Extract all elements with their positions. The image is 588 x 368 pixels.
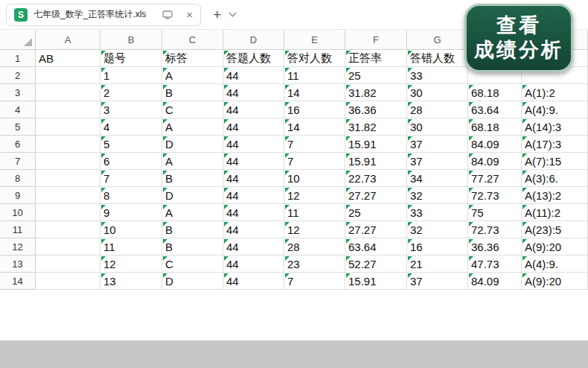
cell-G13[interactable]: 21 — [407, 256, 468, 273]
cell-G12[interactable]: 16 — [407, 238, 468, 256]
cell-G2[interactable]: 33 — [407, 67, 468, 84]
cell-C9[interactable]: D — [162, 187, 223, 204]
cell-G11[interactable]: 32 — [407, 221, 468, 238]
cell-D7[interactable]: 44 — [223, 153, 284, 170]
cell-G1[interactable]: 答错人数 — [407, 50, 468, 67]
cell-E5[interactable]: 14 — [284, 118, 345, 136]
cell-D1[interactable]: 答题人数 — [223, 50, 284, 67]
cell-C11[interactable]: B — [162, 221, 223, 238]
row-header-3[interactable]: 3 — [0, 84, 36, 101]
cell-I5[interactable]: A(14):3 — [522, 118, 588, 136]
cell-F14[interactable]: 15.91 — [345, 273, 407, 290]
tab-close-icon[interactable]: × — [186, 8, 193, 21]
cell-D10[interactable]: 44 — [223, 204, 284, 221]
cell-B5[interactable]: 4 — [100, 118, 162, 136]
score-analysis-badge[interactable]: 查看 成绩分析 — [464, 4, 573, 72]
cell-A14[interactable] — [36, 273, 100, 290]
cell-A3[interactable] — [36, 84, 100, 101]
row-header-7[interactable]: 7 — [0, 153, 36, 170]
cell-D12[interactable]: 44 — [223, 238, 284, 256]
row-header-1[interactable]: 1 — [0, 50, 36, 67]
cell-F4[interactable]: 36.36 — [345, 101, 407, 118]
row-header-8[interactable]: 8 — [0, 170, 36, 187]
cell-D2[interactable]: 44 — [223, 67, 284, 84]
cell-H8[interactable]: 77.27 — [468, 170, 522, 187]
row-header-10[interactable]: 10 — [0, 204, 36, 221]
cell-A1[interactable]: AB — [36, 50, 100, 67]
cell-D13[interactable]: 44 — [223, 256, 284, 273]
cell-C7[interactable]: A — [162, 153, 223, 170]
cell-G8[interactable]: 34 — [407, 170, 468, 187]
cell-H7[interactable]: 84.09 — [468, 153, 522, 170]
cell-H6[interactable]: 84.09 — [468, 136, 522, 153]
row-header-12[interactable]: 12 — [0, 238, 36, 256]
cell-G4[interactable]: 28 — [407, 101, 468, 118]
cell-H10[interactable]: 75 — [468, 204, 522, 221]
cell-F13[interactable]: 52.27 — [345, 256, 407, 273]
monitor-icon[interactable] — [162, 10, 173, 19]
cell-B9[interactable]: 8 — [100, 187, 162, 204]
cell-E9[interactable]: 12 — [284, 187, 345, 204]
cell-B3[interactable]: 2 — [100, 84, 162, 101]
column-header-F[interactable]: F — [345, 31, 407, 50]
cell-B7[interactable]: 6 — [100, 153, 162, 170]
cell-I3[interactable]: A(1):2 — [522, 84, 588, 101]
cell-H9[interactable]: 72.73 — [468, 187, 522, 204]
column-header-A[interactable]: A — [36, 31, 100, 50]
cell-G14[interactable]: 37 — [407, 273, 468, 290]
cell-E14[interactable]: 7 — [284, 273, 345, 290]
cell-D11[interactable]: 44 — [223, 221, 284, 238]
cell-A4[interactable] — [36, 101, 100, 118]
cell-E12[interactable]: 28 — [284, 238, 345, 256]
cell-B8[interactable]: 7 — [100, 170, 162, 187]
cell-B2[interactable]: 1 — [100, 67, 162, 84]
row-header-11[interactable]: 11 — [0, 221, 36, 238]
cell-E11[interactable]: 12 — [284, 221, 345, 238]
cell-H5[interactable]: 68.18 — [468, 118, 522, 136]
column-header-E[interactable]: E — [284, 31, 345, 50]
cell-G3[interactable]: 30 — [407, 84, 468, 101]
cell-I6[interactable]: A(17):3 — [522, 136, 588, 153]
cell-E13[interactable]: 23 — [284, 256, 345, 273]
cell-B6[interactable]: 5 — [100, 136, 162, 153]
cell-B4[interactable]: 3 — [100, 101, 162, 118]
cell-I11[interactable]: A(23):5 — [522, 221, 588, 238]
cell-F10[interactable]: 25 — [345, 204, 407, 221]
cell-C12[interactable]: B — [162, 238, 223, 256]
cell-A11[interactable] — [36, 221, 100, 238]
cell-I13[interactable]: A(4):9. — [522, 256, 588, 273]
select-all-corner[interactable] — [0, 31, 36, 50]
cell-H3[interactable]: 68.18 — [468, 84, 522, 101]
cell-A6[interactable] — [36, 136, 100, 153]
cell-C8[interactable]: B — [162, 170, 223, 187]
cell-F9[interactable]: 27.27 — [345, 187, 407, 204]
cell-D4[interactable]: 44 — [223, 101, 284, 118]
cell-G7[interactable]: 37 — [407, 153, 468, 170]
cell-F7[interactable]: 15.91 — [345, 153, 407, 170]
cell-C3[interactable]: B — [162, 84, 223, 101]
cell-C1[interactable]: 标答 — [162, 50, 223, 67]
cell-D6[interactable]: 44 — [223, 136, 284, 153]
cell-I10[interactable]: A(11):2 — [522, 204, 588, 221]
cell-A12[interactable] — [36, 238, 100, 256]
cell-G9[interactable]: 32 — [407, 187, 468, 204]
column-header-G[interactable]: G — [407, 31, 468, 50]
cell-A2[interactable] — [36, 67, 100, 84]
cell-F2[interactable]: 25 — [345, 67, 407, 84]
cell-C4[interactable]: C — [162, 101, 223, 118]
column-header-B[interactable]: B — [100, 31, 162, 50]
cell-A9[interactable] — [36, 187, 100, 204]
cell-H14[interactable]: 84.09 — [468, 273, 522, 290]
cell-G5[interactable]: 30 — [407, 118, 468, 136]
cell-F6[interactable]: 15.91 — [345, 136, 407, 153]
cell-I7[interactable]: A(7):15 — [522, 153, 588, 170]
cell-F5[interactable]: 31.82 — [345, 118, 407, 136]
chevron-down-icon[interactable] — [229, 10, 237, 17]
cell-I14[interactable]: A(9):20 — [522, 273, 588, 290]
cell-E8[interactable]: 10 — [284, 170, 345, 187]
cell-E1[interactable]: 答对人数 — [284, 50, 345, 67]
cell-I9[interactable]: A(13):2 — [522, 187, 588, 204]
row-header-6[interactable]: 6 — [0, 136, 36, 153]
cell-H11[interactable]: 72.73 — [468, 221, 522, 238]
cell-E2[interactable]: 11 — [284, 67, 345, 84]
